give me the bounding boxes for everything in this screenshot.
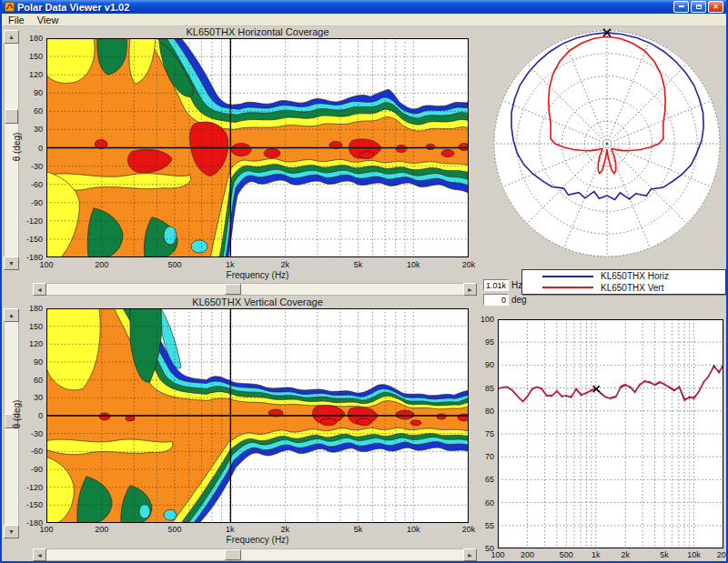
minimize-button[interactable] [673,1,689,13]
y-tick-label: 120 [20,70,43,79]
cursor-angle-field[interactable] [483,294,509,306]
scroll-left-icon[interactable]: ◄ [33,548,46,561]
menu-bar: File View [2,14,726,26]
app-window: Polar Data Viewer v1.02 ✕ File View ▲ ▼ … [0,0,728,563]
x-tick-label: 100 [39,260,53,269]
menu-view[interactable]: View [31,14,66,25]
y-tick-label: 180 [20,304,43,313]
y-tick-label: -90 [20,465,43,474]
polar-legend: KL650THX HorizKL650THX Vert [521,269,726,295]
title-bar[interactable]: Polar Data Viewer v1.02 ✕ [2,0,726,14]
x-tick-label: 10k [687,550,701,559]
x-tick-label: 20k [717,550,728,559]
x-tick-label: 2k [281,525,290,534]
y-tick-label: 90 [20,357,43,367]
y-tick-label: 120 [20,339,43,348]
y-tick-label: 95 [471,337,494,347]
scroll-thumb[interactable] [225,284,241,295]
vertical-plot-xticks: 1002005001k2k5k10k20k [46,525,469,534]
y-tick-label: 0 [20,411,43,420]
scroll-up-icon[interactable]: ▲ [4,30,19,44]
polar-plot [486,28,728,263]
y-tick-label: 90 [20,88,43,97]
y-tick-label: -30 [20,429,43,438]
x-tick-label: 10k [407,260,420,269]
vertical-plot-yticks: 1801501209060300-30-60-90-120-150-180 [22,308,45,523]
y-tick-label: -120 [20,483,43,492]
y-tick-label: 75 [471,429,494,438]
spl-plot-yticks: 10095908580757065605550 [473,319,496,548]
horizontal-plot-title: KL650THX Horizontal Coverage [46,26,469,37]
x-tick-label: 1k [226,525,235,534]
y-tick-label: -120 [20,216,43,226]
vertical-plot-xlabel: Frequency (Hz) [46,535,469,545]
legend-item: KL650THX Horiz [522,271,725,281]
y-tick-label: 180 [20,34,43,43]
horizontal-coverage-plot[interactable] [46,38,469,257]
legend-label: KL650THX Vert [601,283,663,293]
y-tick-label: 0 [20,144,43,153]
vertical-plot-title: KL650THX Vertical Coverage [46,297,469,307]
y-tick-label: 70 [471,452,494,461]
spl-response-plot [498,319,723,548]
x-tick-label: 10k [407,525,420,534]
x-tick-label: 5k [354,525,363,534]
menu-file[interactable]: File [2,14,31,25]
scroll-thumb[interactable] [225,549,241,560]
restore-button[interactable] [691,1,706,13]
y-tick-label: -30 [20,162,43,171]
x-tick-label: 1k [226,260,235,269]
x-tick-label: 500 [167,260,181,269]
x-tick-label: 100 [39,525,53,534]
horizontal-plot-hscrollbar[interactable]: ◄ ► [33,283,477,296]
y-tick-label: -90 [20,198,43,207]
app-icon [5,2,15,12]
x-tick-label: 500 [167,525,181,534]
y-tick-label: 80 [471,407,494,416]
y-tick-label: 100 [471,315,494,324]
y-tick-label: 60 [471,498,494,508]
y-tick-label: 85 [471,384,494,393]
legend-line-swatch [542,276,593,277]
horizontal-plot-xticks: 1002005001k2k5k10k20k [46,260,469,269]
cursor-frequency-unit: Hz [511,280,522,290]
y-tick-label: 65 [471,475,494,484]
y-tick-label: -150 [20,235,43,244]
x-tick-label: 100 [490,550,504,559]
scroll-down-icon[interactable]: ▼ [4,525,19,538]
vertical-plot-hscrollbar[interactable]: ◄ ► [33,548,477,561]
cursor-frequency-field[interactable] [483,279,509,291]
y-tick-label: 30 [20,125,43,134]
x-tick-label: 20k [462,260,476,269]
y-tick-label: 60 [20,376,43,385]
scroll-right-icon[interactable]: ► [463,283,477,296]
legend-item: KL650THX Vert [522,283,725,293]
y-tick-label: 30 [20,393,43,402]
scroll-up-icon[interactable]: ▲ [4,308,19,322]
x-tick-label: 200 [95,260,108,269]
y-tick-label: -150 [20,500,43,509]
x-tick-label: 1k [592,550,601,559]
scroll-track[interactable] [46,548,463,561]
cursor-angle-unit: deg [511,295,527,305]
y-tick-label: 55 [471,521,494,530]
vertical-coverage-plot[interactable] [46,308,469,523]
window-title: Polar Data Viewer v1.02 [17,2,129,13]
y-tick-label: -60 [20,180,43,189]
scroll-track[interactable] [46,283,463,296]
spl-plot-xticks: 1002005001k2k5k10k20k [498,550,723,559]
y-tick-label: 150 [20,52,43,61]
y-tick-label: 60 [20,106,43,116]
horizontal-plot-xlabel: Frequency (Hz) [46,270,469,280]
x-tick-label: 200 [95,525,108,534]
y-tick-label: 90 [471,360,494,369]
x-tick-label: 2k [621,550,630,559]
x-tick-label: 500 [560,550,573,559]
scroll-down-icon[interactable]: ▼ [4,256,19,270]
horizontal-plot-yticks: 1801501209060300-30-60-90-120-150-180 [22,38,45,257]
close-button[interactable]: ✕ [708,1,723,13]
x-tick-label: 2k [281,260,290,269]
x-tick-label: 5k [660,550,669,559]
legend-line-swatch [542,287,593,288]
scroll-left-icon[interactable]: ◄ [33,283,46,296]
